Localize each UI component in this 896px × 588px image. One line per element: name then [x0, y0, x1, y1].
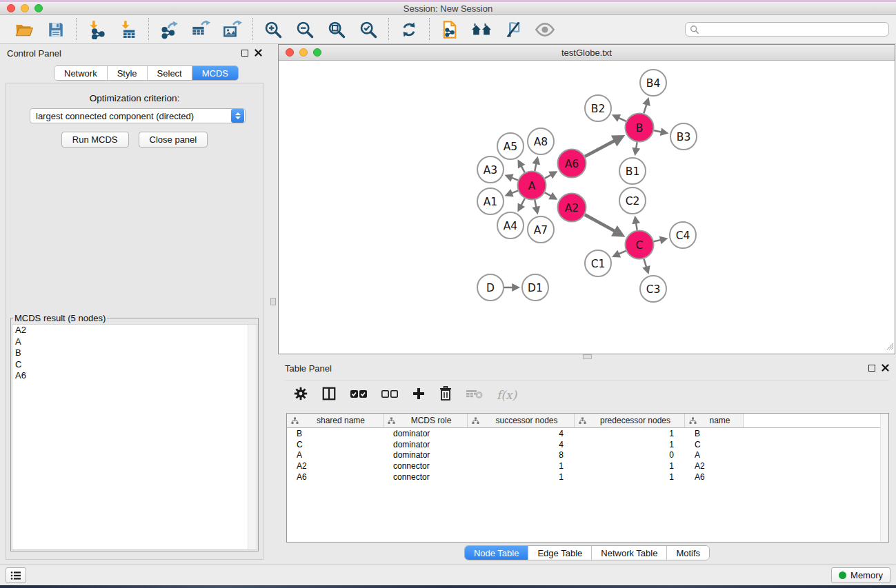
network-minimize-button[interactable] [299, 48, 308, 57]
result-scrollbar[interactable] [248, 325, 257, 549]
zoom-selected-icon[interactable] [358, 19, 379, 40]
save-session-icon[interactable] [46, 19, 66, 40]
graph-node-d1[interactable]: D1 [522, 274, 548, 301]
column-header-shared-name[interactable]: shared name [287, 414, 384, 427]
run-mcds-button[interactable]: Run MCDS [61, 132, 129, 148]
table-cell[interactable]: connector [384, 472, 468, 482]
table-row[interactable]: A6connector11A6 [287, 472, 888, 483]
table-cell[interactable]: C [685, 440, 744, 449]
tab-mcds[interactable]: MCDS [192, 66, 238, 80]
table-cell[interactable]: 1 [575, 440, 685, 449]
minimize-window-button[interactable] [21, 4, 29, 12]
table-cell[interactable]: dominator [384, 429, 468, 438]
column-header-MCDS-role[interactable]: MCDS role [384, 414, 468, 427]
table-row[interactable]: A2connector11A2 [287, 460, 888, 472]
table-cell[interactable]: 1 [575, 429, 685, 438]
column-header-successor-nodes[interactable]: successor nodes [468, 414, 575, 427]
column-header-name[interactable]: name [685, 414, 744, 427]
search-input[interactable] [699, 23, 884, 35]
refresh-icon[interactable] [399, 19, 419, 40]
graph-edge[interactable] [585, 214, 615, 231]
maximize-window-button[interactable] [34, 4, 43, 12]
window-titlebar[interactable]: Session: New Session [0, 2, 896, 15]
export-network-icon[interactable] [159, 19, 179, 40]
graph-node-b1[interactable]: B1 [619, 158, 646, 184]
mcds-result-list[interactable]: A2ABCA6 [12, 324, 257, 550]
network-window-titlebar[interactable]: testGlobe.txt [279, 45, 895, 61]
column-header-predecessor-nodes[interactable]: predecessor nodes [575, 414, 685, 427]
table-cell[interactable]: A2 [685, 461, 744, 471]
delete-table-icon[interactable] [466, 387, 484, 403]
select-all-icon[interactable] [350, 388, 368, 402]
table-row[interactable]: Bdominator41B [287, 428, 888, 439]
graph-node-c4[interactable]: C4 [670, 222, 696, 248]
graph-node-b3[interactable]: B3 [670, 123, 697, 150]
tab-motifs[interactable]: Motifs [667, 546, 709, 560]
graph-node-c2[interactable]: C2 [619, 187, 646, 214]
table-cell[interactable]: A6 [685, 472, 744, 482]
network-graph[interactable]: B4B2BB3A5A8A6A3B1AA1C2A2A4A7CC4C1C3DD1 [279, 61, 895, 354]
table-cell[interactable]: 4 [468, 440, 575, 449]
graph-node-b2[interactable]: B2 [585, 95, 611, 121]
memory-button[interactable]: Memory [831, 567, 890, 583]
column-view-icon[interactable] [321, 386, 337, 404]
home-icon[interactable] [471, 19, 492, 40]
import-network-icon[interactable] [86, 19, 107, 40]
result-list-item[interactable]: A6 [12, 370, 257, 382]
tab-style[interactable]: Style [108, 66, 148, 80]
table-cell[interactable]: 0 [575, 450, 685, 460]
table-cell[interactable]: A2 [287, 461, 384, 471]
table-cell[interactable]: B [685, 429, 744, 438]
deselect-all-icon[interactable] [381, 388, 399, 402]
export-table-icon[interactable] [190, 19, 211, 40]
graph-node-a1[interactable]: A1 [477, 188, 504, 214]
search-field[interactable] [685, 22, 889, 37]
delete-icon[interactable] [439, 386, 452, 404]
resize-grip-icon[interactable] [884, 341, 894, 353]
table-cell[interactable]: C [287, 440, 384, 449]
graph-node-a3[interactable]: A3 [477, 156, 504, 183]
add-column-icon[interactable] [412, 387, 426, 403]
close-window-button[interactable] [7, 4, 15, 12]
horizontal-splitter-handle[interactable] [583, 354, 592, 359]
result-list-item[interactable]: B [12, 347, 257, 359]
export-image-icon[interactable] [222, 19, 243, 40]
table-cell[interactable]: 4 [468, 429, 575, 438]
gear-icon[interactable] [293, 386, 308, 404]
table-cell[interactable]: 8 [468, 450, 575, 460]
node-table[interactable]: shared nameMCDS rolesuccessor nodesprede… [286, 413, 889, 543]
zoom-out-icon[interactable] [295, 19, 315, 40]
table-cell[interactable]: connector [384, 461, 468, 471]
tab-edge-table[interactable]: Edge Table [528, 546, 592, 560]
graph-node-d[interactable]: D [477, 274, 504, 301]
graph-node-c1[interactable]: C1 [585, 250, 611, 276]
zoom-fit-icon[interactable] [326, 19, 347, 40]
criterion-dropdown[interactable]: largest connected component (directed) [30, 108, 246, 123]
tab-node-table[interactable]: Node Table [465, 546, 529, 560]
network-maximize-button[interactable] [313, 48, 321, 57]
task-history-button[interactable] [6, 567, 26, 583]
table-scrollbar[interactable] [880, 414, 888, 542]
table-cell[interactable]: 1 [468, 461, 575, 471]
close-panel-button[interactable]: Close panel [139, 132, 208, 148]
network-close-button[interactable] [286, 48, 294, 57]
close-table-panel-icon[interactable] [882, 362, 889, 374]
graph-node-c[interactable]: C [626, 231, 654, 259]
float-table-panel-icon[interactable] [868, 365, 875, 372]
function-builder-icon[interactable]: f(x) [497, 388, 517, 402]
float-panel-icon[interactable] [241, 50, 248, 57]
close-panel-icon[interactable] [255, 47, 262, 59]
tab-select[interactable]: Select [148, 66, 192, 80]
graph-node-a8[interactable]: A8 [528, 128, 554, 154]
table-cell[interactable]: A6 [287, 472, 384, 482]
graph-node-a2[interactable]: A2 [558, 194, 586, 222]
table-cell[interactable]: B [287, 429, 384, 438]
import-table-icon[interactable] [118, 19, 139, 40]
graph-node-b4[interactable]: B4 [640, 70, 666, 96]
graph-node-b[interactable]: B [626, 114, 654, 142]
table-cell[interactable]: dominator [384, 450, 468, 460]
table-cell[interactable]: A [287, 450, 384, 460]
graph-node-a6[interactable]: A6 [558, 150, 586, 178]
table-cell[interactable]: A [685, 450, 744, 460]
network-file-icon[interactable] [439, 19, 460, 40]
